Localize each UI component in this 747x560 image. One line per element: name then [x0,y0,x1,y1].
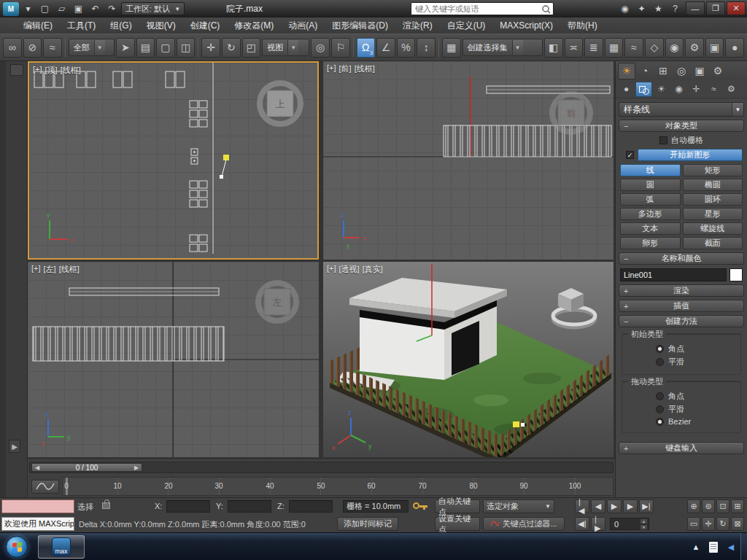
add-time-tag-button[interactable]: 添加时间标记 [337,517,398,531]
subtab-helpers[interactable]: ✛ [688,82,705,97]
tab-utilities[interactable]: ⚙ [709,63,727,79]
app-menu-arrow-icon[interactable]: ▾ [20,2,36,16]
menu-maxscript[interactable]: MAXScript(X) [492,18,560,34]
reference-coordinate-dropdown[interactable]: 视图 ▼ [262,39,309,56]
shape-star-button[interactable]: 星形 [683,208,743,220]
hidden-icons-arrow[interactable]: ▲ [690,541,702,553]
select-by-name-icon[interactable]: ▤ [136,38,155,58]
select-and-rotate-icon[interactable]: ↻ [222,38,241,58]
ribbon-toggle-icon[interactable]: ▦ [605,38,624,58]
subtab-systems[interactable]: ⚙ [723,82,740,97]
track-bar-ruler[interactable]: 0 10 20 30 40 50 60 70 80 90 100 [62,477,614,496]
rollout-object-type[interactable]: − 对象类型 [619,120,744,132]
fence-left-objects[interactable] [33,288,224,361]
subtab-shapes[interactable] [635,82,652,97]
prev-frame-icon[interactable]: ◀ [32,464,42,471]
shape-rectangle-button[interactable]: 矩形 [683,164,743,176]
viewport-layout-tab[interactable] [10,64,23,76]
start-new-shape-button[interactable]: 开始新图形 [638,149,743,161]
time-slider-handle[interactable]: ◀ 0 / 100 ▶ [31,463,142,472]
viewport-menu-general[interactable]: [+] [327,264,336,275]
next-frame-icon[interactable]: ▶ [131,464,142,471]
set-key-button[interactable]: 设置关键点 [435,517,480,531]
shape-text-button[interactable]: 文本 [620,222,681,235]
menu-animation[interactable]: 动画(A) [281,18,325,34]
viewport-menu-pov[interactable]: [透视] [339,264,360,275]
select-object-icon[interactable]: ➤ [116,38,135,58]
maximize-viewport-icon[interactable]: ⊠ [731,517,744,531]
rectangular-selection-region-icon[interactable]: ▢ [156,38,175,58]
percent-snap-icon[interactable]: % [397,38,416,58]
auto-key-button[interactable]: 自动关键点 [435,499,480,513]
layout-tabs-arrow-icon[interactable]: ▶ [9,440,20,453]
go-to-start-button[interactable]: |◀ [575,499,589,513]
align-icon[interactable]: ≍ [565,38,584,58]
shape-egg-button[interactable]: 卵形 [620,237,681,249]
radio-drag-smooth[interactable] [656,405,664,413]
viewport-menu-pov[interactable]: [顶] [45,65,58,76]
select-and-move-icon[interactable]: ✛ [201,38,220,58]
named-selection-set-dropdown[interactable]: 创建选择集 ▼ [462,39,543,56]
tab-modify[interactable]: ◔ [636,63,654,79]
subtab-lights[interactable]: ☀ [653,82,670,97]
search-options-icon[interactable]: ◉ [617,1,632,15]
y-coordinate-field[interactable] [228,500,271,513]
angle-snap-icon[interactable]: ∠ [376,38,395,58]
menu-modifiers[interactable]: 修改器(M) [227,18,281,34]
menu-group[interactable]: 组(G) [103,18,139,34]
fence-plan-objects[interactable] [34,63,213,254]
menu-help[interactable]: 帮助(H) [560,18,605,34]
shape-line-button[interactable]: 线 [620,164,681,176]
help-icon[interactable]: ? [667,1,683,15]
show-desktop-button[interactable] [740,533,747,560]
restore-button[interactable]: ❐ [706,1,725,15]
taskbar-item-3dsmax[interactable]: max [38,535,85,559]
key-filters-button[interactable]: 关键点过滤器... [483,517,565,531]
rollout-keyboard-entry[interactable]: + 键盘输入 [619,442,744,454]
viewport-perspective-canvas[interactable]: z x y [323,262,614,457]
shape-arc-button[interactable]: 弧 [620,193,681,206]
time-slider-track[interactable]: ◀ 0 / 100 ▶ [29,462,614,473]
tab-display[interactable]: ▣ [691,63,708,79]
curve-editor-icon[interactable]: ≈ [624,38,643,58]
radio-drag-corner[interactable] [656,392,664,400]
viewcube[interactable]: 上 [260,83,301,124]
subtab-geometry[interactable]: ● [618,82,635,97]
menu-tools[interactable]: 工具(T) [60,18,103,34]
select-and-manipulate-icon[interactable]: ⚐ [331,38,350,58]
menu-graph-editors[interactable]: 图形编辑器(D) [325,18,395,34]
previous-key-button[interactable]: ◀| [575,517,589,531]
tray-language-icon[interactable]: ◀ [725,541,737,553]
shape-donut-button[interactable]: 圆环 [683,193,743,206]
save-file-icon[interactable]: ▣ [71,2,86,16]
viewport-menu-general[interactable]: [+] [31,264,41,275]
viewport-front[interactable]: [+] [前] [线框] [323,61,614,260]
rollout-interpolation[interactable]: + 插值 [619,300,744,312]
selected-filter-dropdown[interactable]: 选定对象 ▼ [483,499,554,513]
viewcube[interactable]: 左 [258,283,296,321]
tab-hierarchy[interactable]: ⊞ [654,63,672,79]
next-frame-button[interactable]: ▶ [623,499,638,513]
subtab-cameras[interactable]: ◉ [670,82,687,97]
edit-named-selection-sets-icon[interactable]: ▦ [442,38,461,58]
orbit-icon[interactable]: ↻ [716,517,729,531]
x-coordinate-field[interactable] [166,500,210,513]
rollout-name-color[interactable]: − 名称和颜色 [619,252,744,265]
time-spinner[interactable]: ▲▼ [640,518,648,529]
track-bar[interactable]: 0 10 20 30 40 50 60 70 80 90 100 [28,475,615,497]
viewport-menu-shading[interactable]: [真实] [363,264,383,275]
close-button[interactable]: ✕ [727,1,746,15]
menu-edit[interactable]: 编辑(E) [16,18,60,34]
spline-vertex[interactable] [220,175,223,179]
next-key-button[interactable]: |▶ [591,517,605,531]
zoom-extents-all-icon[interactable]: ⊞ [731,499,744,513]
spinner-snap-icon[interactable]: ↕ [417,38,436,58]
selected-vertex[interactable] [513,421,519,427]
shape-section-button[interactable]: 截面 [683,237,743,249]
infocenter-search[interactable] [411,2,554,15]
window-crossing-icon[interactable]: ◫ [177,38,196,58]
object-name-input[interactable]: Line001 [620,268,727,281]
radio-initial-smooth[interactable] [656,358,664,366]
select-and-scale-icon[interactable]: ◰ [242,38,261,58]
selected-vertex[interactable] [223,155,229,160]
